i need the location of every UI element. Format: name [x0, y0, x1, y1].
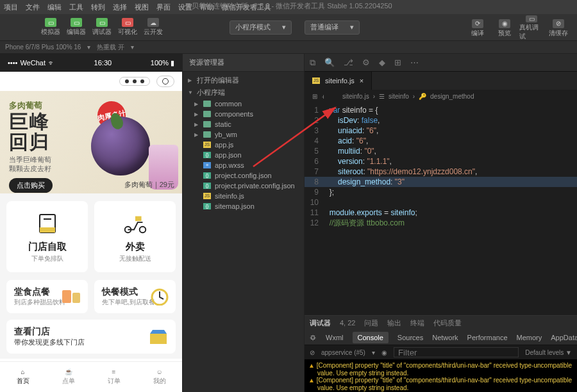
menu-item[interactable]: 工具 [69, 3, 83, 12]
menu-item[interactable]: 项目 [4, 3, 18, 12]
toolbar: ▭模拟器 ▭编辑器 ▭调试器 ▭可视化 ☁云开发 小程序模式▾ 普通编译▾ ⟳编… [0, 14, 577, 41]
status-carrier: •••• WeChat ᯤ [8, 59, 55, 67]
branch-icon[interactable]: ⎇ [344, 58, 353, 67]
pickup-card[interactable]: 门店自取下单免排队 [6, 201, 88, 272]
realdevice-button[interactable]: ▭真机调试 [519, 17, 544, 40]
tree-folder[interactable]: ▶yb_wm [183, 129, 304, 140]
chevron-down-icon: ▾ [282, 23, 286, 31]
clouddev-button[interactable]: ☁云开发 [141, 16, 165, 39]
tab-orders[interactable]: ≡订单 [91, 362, 137, 392]
tab-terminal[interactable]: 终端 [410, 318, 424, 328]
svg-rect-9 [150, 334, 167, 344]
breadcrumb[interactable]: ⊞⫞ siteinfo.js› ☰siteinfo› 🔑design_metho… [305, 90, 577, 102]
cursor-pos: 4, 22 [340, 319, 355, 327]
tree-file[interactable]: {}app.json [183, 150, 304, 160]
tab-problems[interactable]: 问题 [364, 318, 378, 328]
home-icon: ⌂ [21, 368, 24, 375]
capsule-menu[interactable] [119, 77, 150, 86]
menu-item[interactable]: 选择 [113, 3, 127, 12]
simulator-button[interactable]: ▭模拟器 [38, 16, 63, 39]
search-icon[interactable]: 🔍 [324, 58, 335, 67]
preview-button[interactable]: ◉预览 [492, 17, 517, 40]
debugger-button[interactable]: ▭调试器 [90, 16, 114, 39]
mode-select[interactable]: 小程序模式▾ [230, 20, 292, 35]
buy-button[interactable]: 点击购买 [9, 178, 53, 193]
devtab-performance[interactable]: Performance [467, 334, 508, 341]
menu-item[interactable]: 文件 [26, 3, 40, 12]
menu-item[interactable]: 编辑 [47, 3, 62, 12]
cup-icon: ☕ [65, 368, 72, 375]
visual-button[interactable]: ▭可视化 [115, 16, 140, 39]
status-battery: 100% ▮ [151, 59, 174, 67]
console-output[interactable]: [Component] property "title" of "compone… [305, 359, 577, 392]
store-list-card[interactable]: 查看门店带你发现更多线下门店 [6, 320, 176, 354]
drink-icon [60, 286, 83, 306]
tab-codequality[interactable]: 代码质量 [433, 318, 462, 328]
svg-rect-6 [62, 290, 71, 303]
svg-rect-2 [40, 227, 55, 233]
wifi-icon: ᯤ [48, 59, 55, 67]
tab-home[interactable]: ⌂首页 [0, 362, 46, 392]
svg-rect-7 [72, 293, 80, 303]
tab-debugger[interactable]: 调试器 [310, 318, 331, 328]
simulator-panel: •••• WeChat ᯤ 16:30 100% ▮ 多肉葡萄 巨峰回归 当季巨… [0, 54, 183, 392]
tab-order[interactable]: ☕点单 [46, 362, 91, 392]
tree-file[interactable]: JSapp.js [183, 140, 304, 150]
eye-icon[interactable]: ◉ [381, 349, 387, 356]
tree-folder[interactable]: ▶components [183, 109, 304, 119]
timer-icon [149, 286, 171, 306]
storefront-icon [149, 329, 168, 345]
tree-file[interactable]: ≡app.wxss [183, 160, 304, 170]
banner-price: 多肉葡萄｜29元 [124, 180, 174, 190]
devtab-wxml[interactable]: Wxml [326, 334, 344, 341]
file-explorer: 资源管理器 ▶打开的编辑器 ▼小程序端 ▶common ▶components … [183, 54, 305, 392]
capsule-close[interactable] [156, 76, 174, 87]
console-filter[interactable] [394, 347, 519, 357]
devtab-sources[interactable]: Sources [397, 334, 423, 341]
tools-icon[interactable]: ⚙ [362, 58, 370, 67]
menu-item[interactable]: 界面 [156, 3, 171, 12]
tab-output[interactable]: 输出 [387, 318, 401, 328]
chevron-down-icon: ▾ [350, 23, 354, 31]
devtab-appdata[interactable]: AppData [551, 334, 577, 341]
banner-tag: 多肉葡萄 [9, 100, 173, 111]
tab-mine[interactable]: ☺我的 [137, 362, 182, 392]
device-select[interactable]: Phone 6/7/8 Plus 100% 16 [5, 44, 81, 51]
context-select[interactable]: appservice (#5) [321, 349, 365, 356]
tree-file[interactable]: {}project.private.config.json [183, 181, 304, 191]
levels-select[interactable]: Default levels ▼ [525, 349, 572, 356]
compile-select[interactable]: 普通编译▾ [305, 20, 360, 35]
tree-file-siteinfo[interactable]: JSsiteinfo.js [183, 191, 304, 201]
tree-file[interactable]: {}project.config.json [183, 170, 304, 181]
tree-folder[interactable]: ▶common [183, 99, 304, 109]
editor-button[interactable]: ▭编辑器 [64, 16, 88, 39]
clearcache-button[interactable]: ⊘清缓存 [546, 17, 571, 40]
sim-screen[interactable]: •••• WeChat ᯤ 16:30 100% ▮ 多肉葡萄 巨峰回归 当季巨… [0, 54, 182, 392]
dinein-card[interactable]: 堂食点餐到店多种甜品饮料 [6, 280, 88, 313]
tools-icon[interactable]: ⊞ [394, 58, 401, 67]
menu-item[interactable]: 视图 [135, 3, 149, 12]
tree-folder[interactable]: ▶static [183, 119, 304, 129]
banner[interactable]: 多肉葡萄 巨峰回归 当季巨峰葡萄颗颗去皮去籽 点击购买 肉厚多汁 多肉葡萄｜29… [0, 91, 182, 193]
compile-button[interactable]: ⟳编译 [465, 17, 490, 40]
close-icon[interactable]: × [360, 77, 364, 85]
fastfood-card[interactable]: 快餐模式先下单吧,到店取餐 [94, 280, 176, 313]
editor-tab-siteinfo[interactable]: JSsiteinfo.js× [305, 72, 372, 90]
tools-icon[interactable]: ⋯ [410, 58, 419, 67]
explorer-title: 资源管理器 [183, 54, 304, 72]
tree-project-root[interactable]: ▼小程序端 [183, 86, 304, 99]
clear-icon[interactable]: ⊘ [310, 349, 315, 356]
delivery-card[interactable]: 外卖无接触配送 [94, 201, 176, 272]
menu-item[interactable]: 转到 [91, 3, 105, 12]
sim-sub-toolbar: Phone 6/7/8 Plus 100% 16▾ 热重载 开▾ [0, 41, 577, 54]
scooter-icon [122, 210, 149, 237]
inspect-icon[interactable]: ⯐ [310, 334, 317, 341]
devtab-network[interactable]: Network [432, 334, 458, 341]
window-title: 云贝餐饮连锁独立版 v2.5.6 - 微信开发者工具 Stable 1.05.2… [185, 1, 392, 11]
devtab-console[interactable]: Console [353, 332, 389, 343]
tree-file[interactable]: {}sitemap.json [183, 201, 304, 211]
copy-icon[interactable]: ⧉ [310, 58, 315, 68]
tools-icon[interactable]: ◆ [379, 58, 385, 67]
devtab-memory[interactable]: Memory [517, 334, 542, 341]
tree-opened-editors[interactable]: ▶打开的编辑器 [183, 74, 304, 86]
